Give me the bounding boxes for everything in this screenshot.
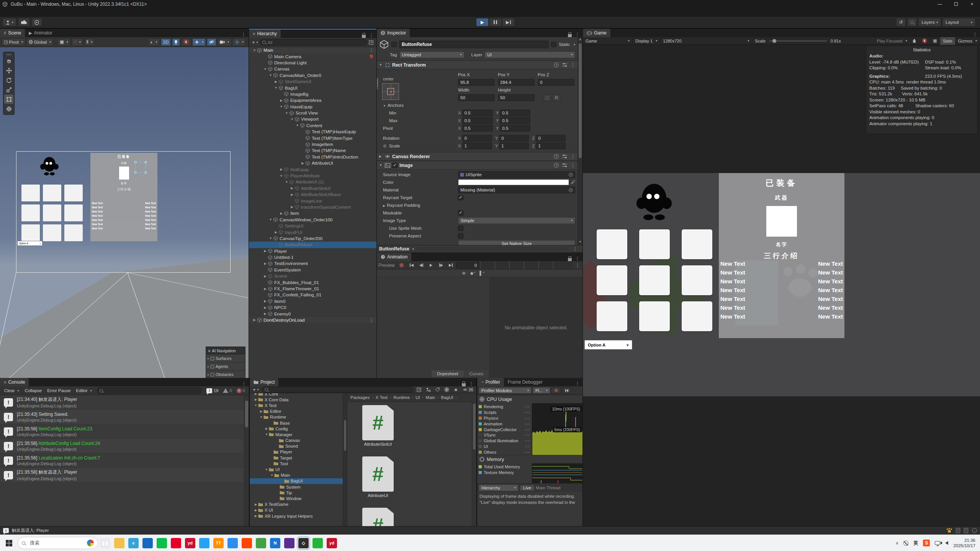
mute-audio-toggle[interactable]: 🔇: [919, 37, 930, 45]
fold-arrow-icon[interactable]: ▶: [263, 287, 268, 291]
console-entry[interactable]: ! [21:35:58] 触发器进入: Player UnityEngine.D…: [0, 468, 249, 482]
last-key-button[interactable]: [446, 261, 456, 269]
hierarchy-row[interactable]: ButtonRefuse ⋮: [249, 242, 376, 248]
sogou-icon[interactable]: S: [923, 540, 930, 546]
warning-count-badge[interactable]: 0: [221, 388, 234, 393]
taskbar-app-icon[interactable]: yd: [327, 538, 337, 548]
animation-timeline-area[interactable]: No animatable object selected.: [490, 277, 582, 378]
help-icon[interactable]: ?: [554, 62, 559, 67]
code-doc2-icon[interactable]: [964, 528, 968, 533]
breadcrumb-item[interactable]: Main: [426, 395, 435, 400]
menu-item[interactable]: [42, 8, 51, 16]
taskbar-app-icon[interactable]: [256, 538, 266, 548]
tab-profiler[interactable]: ◔Profiler: [477, 378, 504, 386]
legend-item[interactable]: Rendering══: [479, 404, 530, 410]
undo-history-button[interactable]: ↺: [896, 18, 906, 26]
fold-arrow-icon[interactable]: ▼: [295, 124, 300, 127]
weapon-slot[interactable]: [766, 206, 797, 237]
row-menu-icon[interactable]: ⋮: [366, 47, 376, 53]
hierarchy-row[interactable]: ▶ AttriButeSlotUI ⋮: [249, 185, 376, 191]
hierarchy-row[interactable]: ▼ Scroll View ⋮: [249, 110, 376, 116]
hierarchy-search-field[interactable]: [260, 39, 367, 46]
layers-dropdown[interactable]: Layers▾: [918, 18, 941, 26]
taskbar-app-icon[interactable]: ❚❚: [100, 538, 110, 548]
add-curve-icon[interactable]: ⊕: [459, 271, 468, 276]
hierarchy-row[interactable]: ▶ NotEquip ⋮: [249, 166, 376, 172]
fold-arrow-icon[interactable]: ▼: [279, 105, 284, 108]
hierarchy-row[interactable]: ▶ NPC0 ⋮: [249, 304, 376, 311]
2d-toggle[interactable]: 2D: [161, 38, 171, 46]
inventory-grid[interactable]: [597, 229, 712, 335]
tab-frame-debugger[interactable]: Frame Debugger: [504, 378, 546, 386]
folder-row[interactable]: ▶ X Core Data: [250, 397, 343, 402]
rotate-tool-button[interactable]: [4, 75, 13, 85]
legend-item[interactable]: Total Used Memory: [479, 464, 530, 470]
step-button[interactable]: ▶: [502, 18, 515, 26]
scene-picker-icon[interactable]: [367, 40, 375, 45]
fold-arrow-icon[interactable]: ▶: [263, 262, 268, 265]
cloud-button[interactable]: [18, 18, 30, 26]
project-menu-icon[interactable]: ⋮: [466, 381, 476, 386]
play-focused-dropdown[interactable]: Play Focused▾: [874, 37, 910, 45]
hierarchy-row[interactable]: ▶ Enemy0 ⋮: [249, 311, 376, 317]
width-field[interactable]: 50: [458, 94, 495, 101]
eyedropper-icon[interactable]: [571, 180, 575, 185]
gizmos-dropdown-game[interactable]: Gizmos▾: [955, 37, 980, 45]
scale-x-field[interactable]: 1: [462, 142, 492, 149]
resolution-dropdown[interactable]: 1280x720▾: [660, 37, 752, 45]
clear-button[interactable]: Clear▾: [2, 386, 22, 395]
log-count-badge[interactable]: !19: [204, 388, 221, 393]
component-menu-icon[interactable]: ⋮: [571, 62, 575, 68]
image-component-header[interactable]: ▼ Image ?⋮: [377, 161, 578, 170]
fold-arrow-icon[interactable]: ▶: [290, 205, 294, 209]
fold-arrow-icon[interactable]: ▶: [300, 162, 305, 165]
hierarchy-row[interactable]: Main Camera ⋮: [249, 53, 376, 59]
image-enabled-checkbox[interactable]: [392, 163, 398, 168]
hierarchy-row[interactable]: ImageLine ⋮: [249, 198, 376, 204]
debug-bug-icon[interactable]: [910, 37, 919, 45]
fold-arrow-icon[interactable]: ▼: [273, 86, 278, 90]
hierarchy-search-input[interactable]: [268, 40, 365, 45]
fold-arrow-icon[interactable]: ▶: [290, 193, 294, 196]
tray-expand-icon[interactable]: ∧: [895, 541, 898, 546]
tab-hierarchy[interactable]: ≡Hierarchy: [249, 29, 281, 38]
folder-row[interactable]: Sound: [250, 443, 343, 449]
taskbar-app-icon[interactable]: TT: [213, 538, 224, 548]
rotation-z-field[interactable]: 0: [536, 135, 566, 142]
fold-arrow-icon[interactable]: ▼: [263, 67, 268, 71]
static-checkbox[interactable]: [551, 42, 556, 47]
lock-icon[interactable]: [568, 34, 572, 37]
hierarchy-row[interactable]: FX_Bubbles_Float_01 ⋮: [249, 279, 376, 285]
hierarchy-row[interactable]: ▶ Item0 ⋮: [249, 298, 376, 304]
option-dropdown[interactable]: Option A∨: [584, 340, 632, 350]
folder-row[interactable]: ▼ UI: [250, 466, 343, 472]
profiler-record-button[interactable]: [551, 387, 561, 394]
folder-row[interactable]: ▶ Config: [250, 426, 343, 432]
folder-row[interactable]: Canvas: [250, 438, 343, 443]
hierarchy-row[interactable]: ▶ FX_FlameThrower_01 ⋮: [249, 286, 376, 292]
color-swatch[interactable]: [458, 179, 569, 185]
maskable-checkbox[interactable]: [458, 210, 463, 216]
scale-slider-thumb[interactable]: [772, 39, 776, 43]
label-icon[interactable]: [434, 387, 441, 392]
taskbar-app-icon[interactable]: [157, 538, 167, 548]
alarm-off-icon[interactable]: [903, 541, 908, 546]
play-animation-button[interactable]: [427, 261, 437, 269]
play-button[interactable]: ▶: [476, 18, 489, 26]
legend-item[interactable]: VSync══: [479, 432, 530, 438]
fold-arrow-icon[interactable]: ▶: [263, 306, 268, 309]
hierarchy-row[interactable]: ▶ Player ⋮: [249, 248, 376, 254]
gizmos-dropdown[interactable]: ▾: [232, 38, 246, 46]
folder-row[interactable]: System: [250, 484, 343, 490]
overlay-grip[interactable]: ══: [4, 53, 13, 56]
legend-item[interactable]: GarbageCollector══: [479, 427, 530, 432]
hierarchy-row[interactable]: ▼ CanvasMain_Order0 ⋮: [249, 72, 376, 78]
layout-dropdown[interactable]: Layout▾: [942, 18, 975, 26]
hierarchy-row[interactable]: ▶ Scene ⋮: [249, 273, 376, 279]
inspector-scrollbar[interactable]: ▲▼: [578, 37, 582, 245]
error-pause-toggle[interactable]: Error Pause: [44, 386, 73, 395]
console-entry[interactable]: ! [21:35:56] AttributeConfig Load Count:…: [0, 439, 249, 453]
start-button[interactable]: [0, 535, 18, 551]
game-menu-icon[interactable]: ⋮: [970, 32, 980, 37]
favorite-icon[interactable]: ★: [452, 387, 460, 392]
